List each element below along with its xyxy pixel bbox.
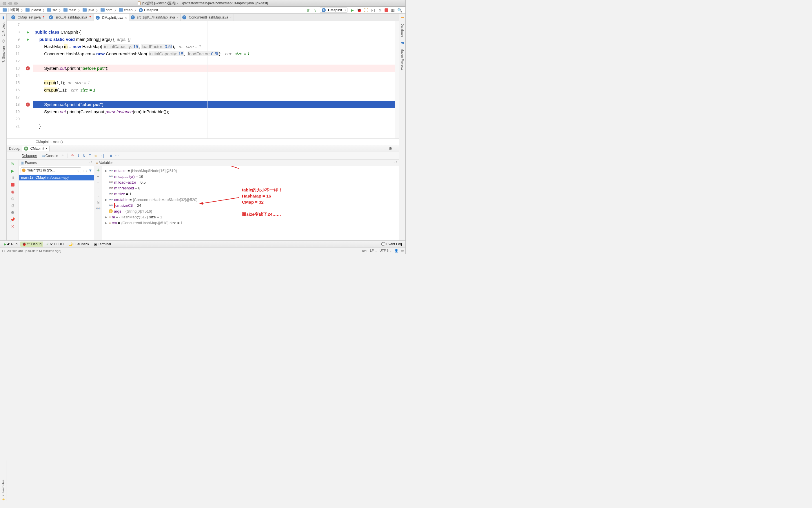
luacheck-tab[interactable]: 🌙LuaCheck xyxy=(67,242,91,247)
stop-icon[interactable] xyxy=(10,182,15,187)
debug-button[interactable]: 🐞 xyxy=(357,8,361,12)
code-line[interactable]: m.put(1,1); m: size = 1 xyxy=(33,79,395,86)
run-to-cursor-icon[interactable]: →| xyxy=(99,154,104,158)
step-over-icon[interactable]: ↷ xyxy=(70,154,75,158)
breadcrumb-item[interactable]: src xyxy=(47,8,63,12)
breadcrumb-item[interactable]: jdk源码 xyxy=(2,7,25,12)
resume-icon[interactable]: ▶ xyxy=(10,168,15,173)
code-line[interactable]: public static void main(String[] args) {… xyxy=(33,36,395,43)
variable-row[interactable]: ▶≡cm = {ConcurrentHashMap@518} size = 1 xyxy=(105,220,397,226)
editor-crumb[interactable]: CMapInit xyxy=(36,140,51,144)
close-tab-icon[interactable]: × xyxy=(230,16,232,19)
step-into-icon[interactable]: ⤓ xyxy=(76,154,81,158)
breakpoint-icon[interactable] xyxy=(26,102,30,107)
debug-session-tab[interactable]: ⛭CMapInit× xyxy=(22,146,49,152)
editor-tab[interactable]: cCMapTest.java📍 xyxy=(9,14,47,21)
next-frame-icon[interactable]: ↓ xyxy=(85,168,87,173)
close-panel-icon[interactable]: ✕ xyxy=(10,224,15,229)
code-line[interactable] xyxy=(33,115,395,123)
code-line[interactable] xyxy=(33,72,395,79)
variable-row[interactable]: 👓m.loadFactor = 0.5 xyxy=(105,179,397,185)
evaluate-icon[interactable]: 🖩 xyxy=(109,154,113,158)
debugger-tab[interactable]: Debugger xyxy=(20,153,39,159)
code-line[interactable]: cm.put(1,1); cm: size = 1 xyxy=(33,86,395,93)
editor-tab[interactable]: cConcurrentHashMap.java× xyxy=(180,14,234,21)
project-tool-icon[interactable]: ▮ xyxy=(2,15,4,20)
mute-bp-icon[interactable]: ⊘ xyxy=(10,196,15,201)
coverage-icon[interactable]: ⛶ xyxy=(364,8,368,12)
stop-button[interactable] xyxy=(384,8,388,12)
code-line[interactable]: ConcurrentHashMap cm = new ConcurrentHas… xyxy=(33,50,395,57)
breadcrumb-item[interactable]: java xyxy=(82,8,100,12)
line-separator[interactable]: LF xyxy=(370,249,377,253)
close-icon[interactable]: × xyxy=(45,146,47,151)
caret-position[interactable]: 18:1 xyxy=(361,249,367,253)
breadcrumb-item[interactable]: jdktest xyxy=(25,8,47,12)
profiler-icon[interactable]: ◱ xyxy=(371,8,375,12)
vcs-icon[interactable]: ↘ xyxy=(313,8,317,12)
file-encoding[interactable]: UTF-8 xyxy=(380,249,392,253)
code-line[interactable]: public class CMapInit { xyxy=(33,28,395,36)
stack-frame[interactable]: main:18, CMapInit (com.cmap) xyxy=(19,175,94,180)
code-line[interactable] xyxy=(33,57,395,65)
breadcrumb-item[interactable]: cmap xyxy=(118,8,138,12)
debug-minimize-icon[interactable]: — xyxy=(395,146,399,151)
attach-icon[interactable]: ⎙ xyxy=(378,8,382,12)
run-tool-tab[interactable]: ▶4: Run xyxy=(2,242,19,247)
editor-crumb[interactable]: main() xyxy=(53,140,63,144)
code-line[interactable]: System.out.println("before put"); xyxy=(33,65,395,72)
breadcrumb-item[interactable]: cCMapInit xyxy=(138,8,161,12)
editor-tab[interactable]: cCMapInit.java× xyxy=(94,14,129,21)
code-line[interactable]: System.out.println(ClassLayout.parseInst… xyxy=(33,108,395,115)
search-everywhere-icon[interactable]: 🔍 xyxy=(397,8,402,12)
settings-icon[interactable]: ⚙ xyxy=(10,210,15,215)
sync-icon[interactable]: ⇵ xyxy=(306,8,310,12)
code-line[interactable]: } xyxy=(33,123,395,130)
memory-icon[interactable]: ▭ xyxy=(401,249,404,253)
todo-tool-tab[interactable]: ✓6: TODO xyxy=(44,242,66,247)
database-icon[interactable]: 🗃 xyxy=(401,15,405,20)
run-gutter-icon[interactable]: ▶ xyxy=(27,37,29,41)
prev-frame-icon[interactable]: ↑ xyxy=(82,168,84,173)
database-tab[interactable]: Database xyxy=(401,22,404,39)
vars-menu-icon[interactable]: →* xyxy=(392,161,397,165)
editor-tab[interactable]: csrc/.../HashMap.java📍 xyxy=(47,14,94,21)
trace-icon[interactable]: ⋯ xyxy=(115,154,119,158)
close-tab-icon[interactable]: × xyxy=(177,16,178,19)
filter-icon[interactable]: ▼ xyxy=(88,168,92,173)
pin-icon[interactable]: 📌 xyxy=(10,217,15,222)
code-line[interactable]: System.out.println("after put"); xyxy=(33,101,395,108)
inspection-icon[interactable]: 👤 xyxy=(395,249,399,253)
debug-settings-icon[interactable]: ⚙ xyxy=(388,146,393,151)
pause-icon[interactable]: ⏸ xyxy=(10,175,15,180)
variable-row[interactable]: 👓m.capacity() = 16 xyxy=(105,173,397,179)
structure-tool-icon[interactable]: ⌬ xyxy=(2,39,5,43)
view-bp-icon[interactable]: ◉ xyxy=(10,189,15,194)
layout-icon[interactable]: ▦ xyxy=(390,8,395,12)
structure-tab[interactable]: 7: Structure xyxy=(2,45,5,64)
breadcrumb-item[interactable]: com xyxy=(100,8,118,12)
maven-icon[interactable]: m xyxy=(401,41,404,45)
drop-frame-icon[interactable]: ⌽ xyxy=(93,154,98,158)
code-line[interactable]: HashMap m = new HashMap( initialCapacity… xyxy=(33,43,395,50)
maven-tab[interactable]: Maven Projects xyxy=(401,47,404,72)
dump-icon[interactable]: ⎙ xyxy=(10,203,15,208)
variable-row[interactable]: ▶👓m.table = {HashMap$Node[16]@519} xyxy=(105,168,397,173)
editor-tab[interactable]: csrc.zip!/.../HashMap.java× xyxy=(129,14,181,21)
step-out-icon[interactable]: ⤒ xyxy=(87,154,92,158)
rerun-icon[interactable]: ↻ xyxy=(10,161,15,167)
status-icon[interactable]: ▢ xyxy=(2,249,5,253)
force-step-into-icon[interactable]: ⤋ xyxy=(82,154,86,158)
breadcrumb-item[interactable]: main xyxy=(63,8,82,12)
terminal-tab[interactable]: ▣Terminal xyxy=(92,242,113,247)
run-button[interactable]: ▶ xyxy=(350,8,355,12)
run-gutter-icon[interactable]: ▶ xyxy=(27,30,29,34)
breakpoint-icon[interactable] xyxy=(26,66,30,70)
project-tab[interactable]: 1: Project xyxy=(2,22,5,37)
debug-tool-tab[interactable]: 🐞5: Debug xyxy=(20,242,43,247)
code-line[interactable] xyxy=(33,93,395,101)
event-log-tab[interactable]: 💬Event Log xyxy=(379,242,404,247)
console-tab[interactable]: ▭Console →* xyxy=(40,153,66,159)
frames-menu-icon[interactable]: →* xyxy=(87,161,92,165)
run-config-selector[interactable]: cCMapInit xyxy=(320,7,348,13)
